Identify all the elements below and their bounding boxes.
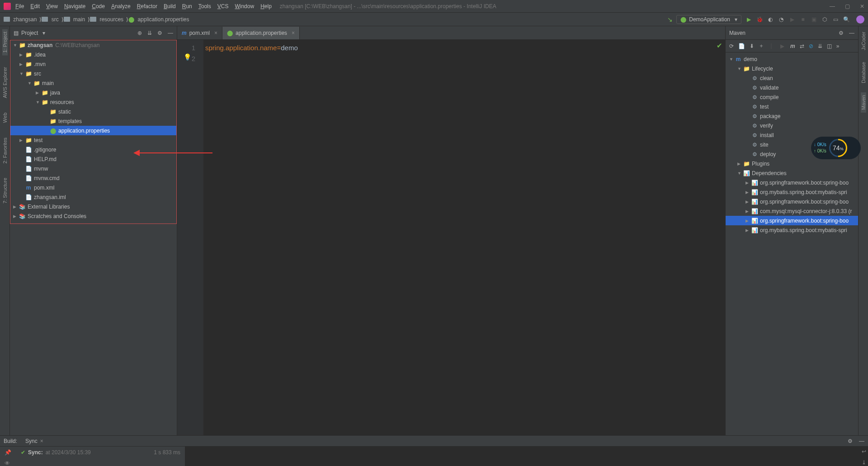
run-current-icon[interactable]: ▶ <box>788 16 796 23</box>
left-strip-2-favorites[interactable]: 2: Favorites <box>2 135 8 166</box>
maven-item-lifecycle[interactable]: ▼📁Lifecycle <box>726 64 858 73</box>
breadcrumb-item[interactable]: resources <box>90 16 123 23</box>
search-icon[interactable]: 🔍 <box>843 16 850 23</box>
tree-item-pom-xml[interactable]: mpom.xml <box>10 183 176 192</box>
skip-tests-icon[interactable]: ⊘ <box>809 43 813 49</box>
right-strip-database[interactable]: Database <box>861 59 866 86</box>
generate-icon[interactable]: 📄 <box>738 43 745 49</box>
profile-icon[interactable]: ◔ <box>778 16 785 23</box>
close-tab-icon[interactable]: × <box>292 30 295 36</box>
run-icon[interactable]: ▶ <box>745 16 752 23</box>
maven-item-compile[interactable]: ⚙compile <box>726 92 858 102</box>
tree-item-external-libraries[interactable]: ▶📚External Libraries <box>10 202 176 211</box>
menu-window[interactable]: Window <box>235 3 254 10</box>
maven-item-org-mybatis-spring-boot-mybati[interactable]: ▶📊org.mybatis.spring.boot:mybatis-spri <box>726 225 858 235</box>
minimize-icon[interactable]: — <box>830 3 835 10</box>
show-diagram-icon[interactable]: ◫ <box>827 43 832 49</box>
maven-item-test[interactable]: ⚙test <box>726 102 858 111</box>
maven-item-demo[interactable]: ▼mdemo <box>726 54 858 64</box>
menu-edit[interactable]: Edit <box>30 3 40 10</box>
tree-item--idea[interactable]: ▶📁.idea <box>10 50 176 59</box>
network-widget[interactable]: ↓ 0K/s ↑ 0K/s 74% <box>811 137 861 159</box>
inspect-icon[interactable]: ▭ <box>832 16 839 23</box>
menu-help[interactable]: Help <box>260 3 272 10</box>
menu-view[interactable]: View <box>46 3 58 10</box>
collapse-all-icon[interactable]: ⇊ <box>818 43 822 49</box>
build-icon[interactable]: ↘ <box>667 16 673 23</box>
tree-item-mvnw[interactable]: 📄mvnw <box>10 164 176 173</box>
menu-vcs[interactable]: VCS <box>217 3 229 10</box>
breadcrumb-item[interactable]: main <box>64 16 85 23</box>
more-icon[interactable]: » <box>836 43 840 49</box>
tree-item-java[interactable]: ▶📁java <box>10 88 176 97</box>
menu-build[interactable]: Build <box>164 3 176 10</box>
maven-item-org-springframework-boot-sprin[interactable]: ▶📊org.springframework.boot:spring-boo <box>726 197 858 206</box>
tree-item-main[interactable]: ▼📁main <box>10 78 176 88</box>
close-icon[interactable]: ✕ <box>860 3 864 10</box>
gear-icon[interactable]: ⚙ <box>848 438 853 444</box>
tree-item-mvnw-cmd[interactable]: 📄mvnw.cmd <box>10 173 176 183</box>
intention-bulb-icon[interactable]: 💡 <box>184 53 191 61</box>
coverage-icon[interactable]: ◐ <box>767 16 774 23</box>
code-content[interactable]: spring.application.name=demo <box>203 40 298 435</box>
maven-item-package[interactable]: ⚙package <box>726 111 858 121</box>
stop-all-icon[interactable]: ▣ <box>810 16 817 23</box>
run-config-selector[interactable]: ⬤ DemoApplication ▾ <box>676 15 741 24</box>
menu-tools[interactable]: Tools <box>198 3 211 10</box>
breadcrumb-item[interactable]: zhangsan <box>4 16 37 23</box>
locate-icon[interactable]: ⊕ <box>137 30 142 36</box>
tree-item-HELP-md[interactable]: 📄HELP.md <box>10 154 176 164</box>
tree-item--mvn[interactable]: ▶📁.mvn <box>10 59 176 69</box>
tree-item-templates[interactable]: 📁templates <box>10 116 176 126</box>
right-strip-maven[interactable]: Maven <box>861 92 866 113</box>
collapse-icon[interactable]: ⇊ <box>147 30 152 36</box>
run-maven-icon[interactable]: ▶ <box>778 43 786 49</box>
maven-item-dependencies[interactable]: ▼📊Dependencies <box>726 168 858 178</box>
left-strip-web[interactable]: Web <box>2 110 8 125</box>
gear-icon[interactable]: ⚙ <box>839 30 844 36</box>
debug-icon[interactable]: 🐞 <box>756 16 763 23</box>
maven-item-plugins[interactable]: ▶📁Plugins <box>726 159 858 168</box>
pin-icon[interactable]: 📌 <box>5 449 11 456</box>
left-strip-1-project[interactable]: 1: Project <box>2 29 8 55</box>
minimize-panel-icon[interactable]: — <box>859 438 864 444</box>
maximize-icon[interactable]: ▢ <box>845 3 850 10</box>
minimize-panel-icon[interactable]: — <box>168 30 173 36</box>
right-strip-jxcoder[interactable]: JxCoder <box>861 29 866 53</box>
maven-item-validate[interactable]: ⚙validate <box>726 83 858 92</box>
m-icon[interactable]: m <box>790 43 795 49</box>
scroll-end-icon[interactable]: ⤓ <box>862 459 866 466</box>
reload-icon[interactable]: ⟳ <box>729 43 734 49</box>
menu-analyze[interactable]: Analyze <box>111 3 131 10</box>
maven-item-clean[interactable]: ⚙clean <box>726 73 858 83</box>
add-icon[interactable]: ＋ <box>759 42 764 50</box>
tree-root[interactable]: ▼📁 zhangsan C:\WEB\zhangsan <box>10 40 176 50</box>
close-tab-icon[interactable]: × <box>214 30 217 36</box>
tree-item-src[interactable]: ▼📁src <box>10 69 176 78</box>
download-icon[interactable]: ⬇ <box>750 43 754 49</box>
menu-file[interactable]: File <box>15 3 24 10</box>
menu-run[interactable]: Run <box>182 3 192 10</box>
maven-item-org-springframework-boot-sprin[interactable]: ▶📊org.springframework.boot:spring-boo <box>726 178 858 187</box>
breadcrumb-item[interactable]: ⬤ application.properties <box>128 16 189 23</box>
menu-navigate[interactable]: Navigate <box>64 3 85 10</box>
minimize-panel-icon[interactable]: — <box>849 30 854 36</box>
tree-item-static[interactable]: 📁static <box>10 107 176 116</box>
view-icon[interactable]: 👁 <box>5 460 10 466</box>
tree-item-zhangsan-iml[interactable]: 📄zhangsan.iml <box>10 192 176 202</box>
left-strip-7-structure[interactable]: 7: Structure <box>2 175 8 206</box>
menu-code[interactable]: Code <box>92 3 105 10</box>
build-output[interactable]: ↩ ⤓ <box>185 447 868 466</box>
tree-item-scratches-and-consoles[interactable]: ▶📚Scratches and Consoles <box>10 211 176 221</box>
maven-item-org-mybatis-spring-boot-mybati[interactable]: ▶📊org.mybatis.spring.boot:mybatis-spri <box>726 187 858 197</box>
editor-tab-application-properties[interactable]: ⬤application.properties× <box>222 27 300 39</box>
tree-item-test[interactable]: ▶📁test <box>10 135 176 145</box>
code-area[interactable]: 12 spring.application.name=demo 💡 ✔ <box>177 40 725 435</box>
user-avatar[interactable] <box>856 15 864 24</box>
tree-item-application-properties[interactable]: ⬤application.properties <box>10 126 176 135</box>
maven-item-com-mysql-mysql-connector-j-8-[interactable]: ▶📊com.mysql:mysql-connector-j:8.0.33 (r <box>726 206 858 216</box>
tree-item-resources[interactable]: ▼📁resources <box>10 97 176 107</box>
menu-refactor[interactable]: Refactor <box>137 3 157 10</box>
maven-item-org-springframework-boot-sprin[interactable]: ▶📊org.springframework.boot:spring-boo <box>726 216 858 225</box>
breadcrumb-item[interactable]: src <box>42 16 58 23</box>
